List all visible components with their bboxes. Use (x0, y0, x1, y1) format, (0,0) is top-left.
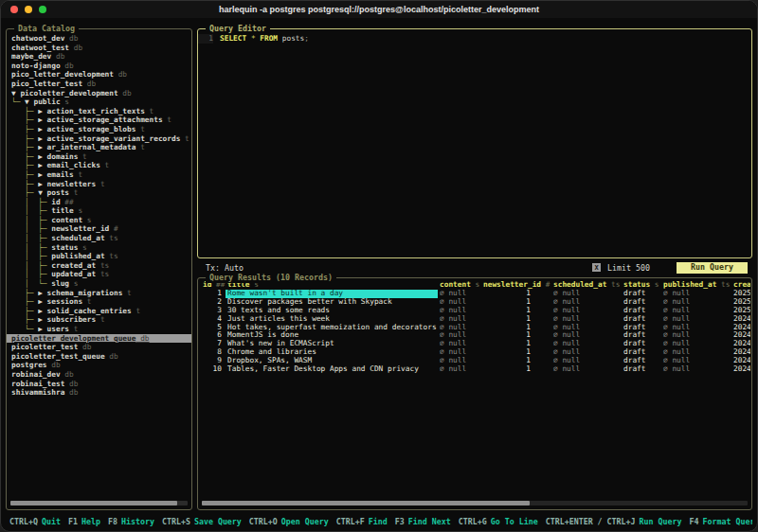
data-cell-title[interactable]: Just articles this week (226, 315, 438, 324)
catalog-item-posts[interactable]: ├─ ▼ posts t (7, 188, 191, 198)
keybind-help[interactable]: F1Help (68, 517, 100, 526)
limit-checkbox[interactable]: X (592, 263, 601, 272)
run-query-button[interactable]: Run Query (677, 262, 748, 274)
catalog-item-active_storage_attachments[interactable]: ├─ ▶ active_storage_attachments t (7, 115, 191, 125)
keybind-run-query[interactable]: CTRL+ENTER / CTRL+JRun Query (546, 517, 682, 526)
data-cell-scheduled_at[interactable]: ∅ null (551, 348, 622, 357)
row-number-cell[interactable]: 5 (201, 324, 226, 332)
catalog-item-newsletter_id[interactable]: │ ├─ newsletter_id # (7, 224, 191, 234)
chevron-collapsed-icon[interactable]: ▶ (38, 115, 46, 124)
data-cell-status[interactable]: draft (622, 324, 661, 332)
catalog-item-domains[interactable]: ├─ ▶ domains t (7, 152, 191, 162)
data-cell-scheduled_at[interactable]: ∅ null (551, 307, 622, 315)
keybind-history[interactable]: F8History (108, 517, 154, 526)
catalog-item-newsletters[interactable]: ├─ ▶ newsletters t (7, 180, 191, 189)
data-cell-scheduled_at[interactable]: ∅ null (551, 298, 622, 307)
catalog-item-published_at[interactable]: │ ├─ published_at ts (7, 252, 191, 261)
results-row[interactable]: 6MomentJS is done∅ null1∅ nulldraft∅ nul… (201, 331, 750, 340)
data-cell-content[interactable]: ∅ null (438, 315, 481, 324)
data-cell-title[interactable]: What's new in ECMAScript (226, 340, 438, 348)
results-row[interactable]: 8Chrome and libraries∅ null1∅ nulldraft∅… (201, 348, 750, 357)
row-number-cell[interactable]: 3 (201, 307, 226, 315)
column-header-status[interactable]: status s (622, 281, 661, 290)
catalog-item-title[interactable]: │ ├─ title s (7, 206, 191, 216)
catalog-item-noto-django[interactable]: noto-django db (7, 62, 191, 71)
close-button[interactable] (10, 6, 18, 13)
data-cell-published_at[interactable]: ∅ null (661, 340, 731, 348)
catalog-item-postgres[interactable]: postgres db (7, 361, 191, 370)
row-number-cell[interactable]: 10 (201, 365, 226, 374)
catalog-item-action_text_rich_texts[interactable]: ├─ ▶ action_text_rich_texts t (7, 107, 191, 116)
catalog-item-pico_letter_test[interactable]: pico_letter_test db (7, 80, 191, 89)
data-cell-newsletter_id[interactable]: 1 (481, 365, 551, 374)
keybind-quit[interactable]: CTRL+QQuit (9, 517, 61, 526)
data-cell-published_at[interactable]: ∅ null (661, 298, 731, 307)
catalog-item-robinai_test[interactable]: robinai_test db (7, 380, 191, 389)
data-cell-content[interactable]: ∅ null (438, 357, 481, 365)
column-header-newsletter_id[interactable]: newsletter_id # (481, 281, 551, 290)
data-cell-published_at[interactable]: ∅ null (661, 324, 731, 332)
chevron-expanded-icon[interactable]: ▼ (38, 188, 46, 197)
results-row[interactable]: 9Dropbox, SPAs, WASM∅ null1∅ nulldraft∅ … (201, 357, 750, 365)
catalog-item-slug[interactable]: │ └─ slug s (7, 279, 191, 289)
results-row[interactable]: 7What's new in ECMAScript∅ null1∅ nulldr… (201, 340, 750, 348)
data-cell-crea[interactable]: 2024 (731, 340, 750, 348)
data-cell-crea[interactable]: 2024 (731, 357, 750, 365)
data-cell-title[interactable]: Discover packages better with Skypack (226, 298, 438, 307)
keybind-save-query[interactable]: CTRL+SSave Query (162, 517, 242, 526)
data-cell-status[interactable]: draft (622, 357, 661, 365)
data-cell-crea[interactable]: 2024 (731, 324, 750, 332)
data-cell-status[interactable]: draft (622, 365, 661, 374)
data-cell-newsletter_id[interactable]: 1 (481, 340, 551, 348)
data-cell-newsletter_id[interactable]: 1 (481, 307, 551, 315)
chevron-collapsed-icon[interactable]: ▶ (38, 307, 46, 315)
data-cell-newsletter_id[interactable]: 1 (481, 324, 551, 332)
column-header-content[interactable]: content s (438, 281, 481, 290)
data-cell-crea[interactable]: 2024 (731, 348, 750, 357)
data-cell-published_at[interactable]: ∅ null (661, 290, 731, 298)
catalog-item-shivammishra[interactable]: shivammishra db (7, 388, 191, 398)
selected-cell[interactable]: Rome wasn't built in a day (226, 290, 438, 298)
data-cell-content[interactable]: ∅ null (438, 348, 481, 357)
data-cell-published_at[interactable]: ∅ null (661, 331, 731, 340)
results-row[interactable]: 330 texts and some reads∅ null1∅ nulldra… (201, 307, 750, 315)
chevron-collapsed-icon[interactable]: ▶ (38, 297, 46, 306)
data-cell-content[interactable]: ∅ null (438, 307, 481, 315)
data-cell-crea[interactable]: 2024 (731, 315, 750, 324)
catalog-item-picoletter_development_queue[interactable]: picoletter_development_queue db (7, 334, 191, 344)
data-cell-published_at[interactable]: ∅ null (661, 307, 731, 315)
data-cell-status[interactable]: draft (622, 315, 661, 324)
results-row[interactable]: 5Hot takes, superfast memoization and de… (201, 324, 750, 332)
catalog-item-status[interactable]: │ ├─ status s (7, 243, 191, 253)
catalog-item-chatwoot_dev[interactable]: chatwoot_dev db (7, 34, 191, 44)
catalog-item-email_clicks[interactable]: ├─ ▶ email_clicks t (7, 161, 191, 170)
data-cell-content[interactable]: ∅ null (438, 340, 481, 348)
data-cell-crea[interactable]: 2025 (731, 307, 750, 315)
data-cell-newsletter_id[interactable]: 1 (481, 290, 551, 298)
catalog-item-solid_cache_entries[interactable]: ├─ ▶ solid_cache_entries t (7, 307, 191, 316)
chevron-collapsed-icon[interactable]: ▶ (38, 170, 46, 179)
column-header-crea[interactable]: crea (731, 281, 750, 290)
column-header-published_at[interactable]: published_at ts (661, 281, 731, 290)
catalog-item-subscribers[interactable]: ├─ ▶ subscribers t (7, 315, 191, 325)
catalog-item-robinai_dev[interactable]: robinai_dev db (7, 370, 191, 380)
row-number-cell[interactable]: 8 (201, 348, 226, 357)
row-number-cell[interactable]: 1 (201, 290, 226, 298)
catalog-scrollbar-thumb[interactable] (10, 501, 177, 505)
data-cell-title[interactable]: MomentJS is done (226, 331, 438, 340)
data-cell-crea[interactable]: 2024 (731, 365, 750, 374)
data-cell-crea[interactable]: 2025 (731, 290, 750, 298)
chevron-collapsed-icon[interactable]: ▶ (38, 289, 46, 297)
limit-label[interactable]: Limit 500 (607, 263, 650, 273)
data-cell-status[interactable]: draft (622, 298, 661, 307)
data-cell-scheduled_at[interactable]: ∅ null (551, 315, 622, 324)
chevron-collapsed-icon[interactable]: ▶ (38, 161, 46, 169)
chevron-collapsed-icon[interactable]: ▶ (38, 152, 46, 161)
chevron-collapsed-icon[interactable]: ▶ (38, 107, 46, 115)
data-cell-status[interactable]: draft (622, 331, 661, 340)
catalog-item-updated_at[interactable]: │ ├─ updated_at ts (7, 270, 191, 279)
catalog-item-ar_internal_metadata[interactable]: ├─ ▶ ar_internal_metadata t (7, 143, 191, 152)
catalog-item-picoletter_test[interactable]: picoletter_test db (7, 343, 191, 352)
data-cell-scheduled_at[interactable]: ∅ null (551, 290, 622, 298)
results-row[interactable]: 2Discover packages better with Skypack∅ … (201, 298, 750, 307)
